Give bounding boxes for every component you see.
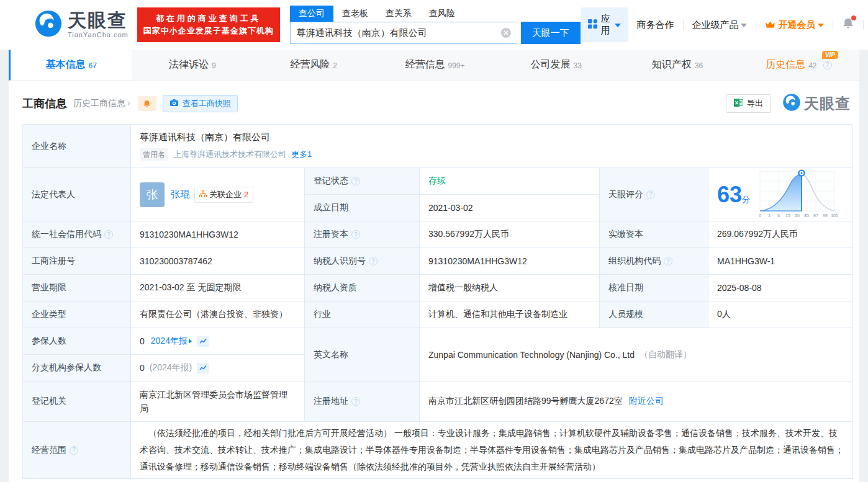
notifications-bell[interactable] bbox=[842, 17, 854, 32]
divider bbox=[756, 20, 756, 30]
help-icon[interactable] bbox=[664, 257, 672, 266]
established-date-value: 2021-03-02 bbox=[420, 195, 600, 221]
annual-report-link[interactable]: 2024年报 bbox=[151, 336, 188, 347]
nav-apps[interactable]: 应用 bbox=[581, 7, 628, 42]
svg-text:85: 85 bbox=[804, 213, 809, 218]
help-icon[interactable] bbox=[369, 257, 377, 266]
field-label-org-code: 组织机构代码 bbox=[600, 248, 708, 275]
field-label-company-type: 企业类型 bbox=[23, 301, 131, 328]
trend-chart-icon[interactable] bbox=[197, 363, 209, 373]
tab-company-development[interactable]: 公司发展33 bbox=[495, 50, 617, 80]
help-icon[interactable] bbox=[104, 230, 113, 239]
org-chart-icon bbox=[199, 190, 207, 199]
divider bbox=[833, 20, 833, 30]
legal-rep-name-link[interactable]: 张琨 bbox=[171, 189, 189, 200]
svg-text:50: 50 bbox=[795, 213, 800, 218]
branch-insured-value: 0 bbox=[140, 363, 145, 373]
camera-icon bbox=[170, 99, 179, 109]
field-label-legal-rep: 法定代表人 bbox=[23, 168, 131, 221]
nav-open-vip[interactable]: 开通会员 bbox=[765, 19, 824, 31]
export-button[interactable]: 导出 bbox=[726, 94, 771, 113]
field-label-business-term: 营业期限 bbox=[23, 275, 131, 301]
help-icon[interactable] bbox=[646, 190, 655, 199]
field-label-established-date: 成立日期 bbox=[305, 195, 420, 221]
tianyancha-logo[interactable]: 天眼查 TianYanCha.com bbox=[34, 9, 129, 40]
watermark-label: 天眼查 bbox=[804, 94, 851, 114]
taxpayer-quality-value: 增值税一般纳税人 bbox=[420, 275, 600, 301]
svg-text:100: 100 bbox=[831, 213, 838, 218]
search-tab-relation[interactable]: 查关系 bbox=[377, 6, 420, 22]
chevron-down-icon bbox=[741, 24, 747, 27]
score-distribution-chart: 0 1 3 15 50 85 97 99 100 bbox=[756, 169, 838, 220]
staff-size-value: 0人 bbox=[708, 301, 853, 328]
paid-capital-value: 269.067992万人民币 bbox=[708, 221, 853, 248]
snapshot-button[interactable]: 查看工商快照 bbox=[163, 95, 238, 112]
search-button[interactable]: 天眼一下 bbox=[521, 22, 581, 44]
brand-domain: TianYanCha.com bbox=[68, 31, 129, 38]
nearby-companies-link[interactable]: 附近公司 bbox=[629, 396, 664, 407]
related-companies-count: 2 bbox=[244, 190, 248, 199]
nav-enterprise-products[interactable]: 企业级产品 bbox=[692, 19, 747, 31]
nav-enterprise-label: 企业级产品 bbox=[692, 19, 738, 31]
address-value: 南京市江北新区研创园团结路99号孵鹰大厦2672室 bbox=[428, 396, 623, 407]
subscribe-bell-button[interactable] bbox=[138, 96, 156, 111]
tab-basic-info[interactable]: 基本信息67 bbox=[11, 50, 132, 80]
related-companies-badge[interactable]: 关联企业 2 bbox=[194, 187, 253, 203]
clear-search-icon[interactable] bbox=[501, 28, 511, 38]
apps-grid-icon bbox=[588, 19, 597, 30]
chevron-down-icon bbox=[615, 24, 621, 27]
search-area: 查公司 查老板 查关系 查风险 天眼一下 bbox=[290, 6, 581, 44]
score-value: 63 bbox=[717, 182, 742, 207]
tab-label: 知识产权 bbox=[652, 58, 692, 71]
tab-operation-risk[interactable]: 经营风险2 bbox=[253, 50, 374, 80]
field-label-text: 统一社会信用代码 bbox=[32, 229, 101, 240]
related-companies-label: 关联企业 bbox=[209, 189, 242, 200]
insured-value: 0 bbox=[140, 336, 145, 346]
reg-capital-value: 330.567992万人民币 bbox=[420, 221, 600, 248]
search-tab-company[interactable]: 查公司 bbox=[290, 6, 333, 22]
tab-legal-litigation[interactable]: 法律诉讼9 bbox=[132, 50, 253, 80]
tianyancha-watermark-icon bbox=[782, 93, 801, 114]
industry-value: 计算机、通信和其他电子设备制造业 bbox=[420, 301, 600, 328]
tianyan-score-cell: 63分 bbox=[708, 168, 853, 221]
former-name-link[interactable]: 上海尊湃通讯技术技术有限公司 bbox=[173, 149, 286, 160]
authority-value: 南京江北新区管理委员会市场监督管理局 bbox=[131, 382, 305, 422]
help-icon[interactable] bbox=[823, 61, 832, 69]
search-input[interactable] bbox=[290, 22, 517, 44]
help-icon[interactable] bbox=[351, 230, 360, 239]
tianyancha-watermark: 天眼查 bbox=[782, 93, 851, 114]
export-button-label: 导出 bbox=[747, 98, 763, 109]
history-registration-link[interactable]: 历史工商信息 bbox=[73, 98, 130, 109]
field-label-taxpayer-id: 纳税人识别号 bbox=[305, 248, 420, 275]
field-label-staff-size: 人员规模 bbox=[600, 301, 708, 328]
tab-label: 经营风险 bbox=[290, 58, 330, 71]
tab-intellectual-property[interactable]: 知识产权36 bbox=[617, 50, 738, 80]
section-title: 工商信息 bbox=[22, 96, 67, 111]
legal-rep-avatar[interactable]: 张 bbox=[140, 182, 165, 207]
slogan-line2: 国家中小企业发展子基金旗下机构 bbox=[143, 25, 274, 37]
tab-count: 9 bbox=[212, 61, 216, 70]
field-label-text: 天眼评分 bbox=[608, 189, 643, 200]
help-icon[interactable] bbox=[351, 397, 360, 406]
nav-cooperation[interactable]: 商务合作 bbox=[637, 19, 674, 31]
search-tab-risk[interactable]: 查风险 bbox=[420, 6, 464, 22]
tab-business-info[interactable]: 经营信息999+ bbox=[374, 50, 495, 80]
more-former-names-link[interactable]: 更多1 bbox=[291, 149, 312, 160]
field-label-company-name: 企业名称 bbox=[23, 125, 131, 168]
field-label-text: 纳税人识别号 bbox=[314, 256, 366, 267]
field-label-english-name: 英文名称 bbox=[305, 328, 420, 382]
help-icon[interactable] bbox=[351, 177, 360, 185]
branch-insured-report-note: (2024年报) bbox=[150, 362, 192, 373]
approval-date-value: 2025-08-08 bbox=[708, 275, 853, 301]
search-tab-boss[interactable]: 查老板 bbox=[333, 6, 377, 22]
field-label-insured: 参保人数 bbox=[23, 328, 131, 355]
tab-history-info[interactable]: VIP 历史信息42 bbox=[738, 50, 859, 80]
help-icon[interactable] bbox=[70, 446, 78, 455]
divider bbox=[683, 20, 684, 30]
crown-icon bbox=[765, 20, 775, 30]
former-name-badge: 曾用名 bbox=[140, 148, 168, 161]
tianyancha-logo-icon bbox=[34, 9, 63, 40]
trend-chart-icon[interactable] bbox=[197, 336, 209, 347]
taxpayer-id-value: 91310230MA1HHG3W12 bbox=[420, 248, 600, 275]
tab-label: 基本信息 bbox=[45, 58, 85, 71]
